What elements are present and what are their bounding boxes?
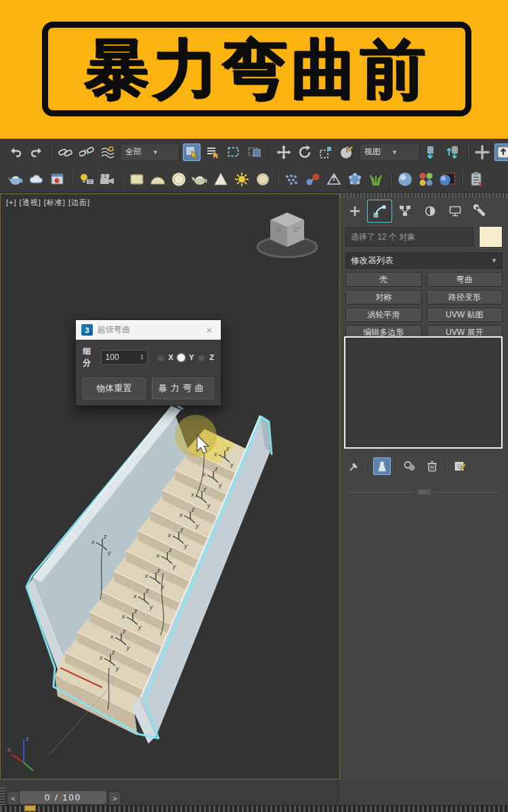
kbd-override-button[interactable]: [494, 143, 508, 161]
render-toolbar: [0, 166, 508, 193]
object-reset-button[interactable]: 物体重置: [83, 378, 146, 399]
configure-modifier-sets-icon[interactable]: [451, 457, 469, 475]
modifier-bend-button[interactable]: 弯曲: [427, 273, 503, 287]
redo-icon[interactable]: [28, 143, 45, 161]
close-icon[interactable]: ×: [203, 324, 215, 336]
manipulate-icon[interactable]: [473, 143, 491, 161]
object-color-swatch[interactable]: [479, 226, 503, 248]
axis-z-label: Z: [209, 353, 214, 361]
rotate-icon[interactable]: [296, 143, 314, 161]
render-setup-icon[interactable]: [49, 171, 66, 188]
selection-name-field[interactable]: 选择了 12 个 对象: [345, 227, 473, 246]
next-frame-button[interactable]: >: [108, 791, 121, 805]
tab-display[interactable]: [443, 200, 467, 222]
command-panel: 选择了 12 个 对象 修改器列表 ▼ 壳 弯曲 对称 路径变形 涡轮平滑 UV…: [340, 193, 508, 780]
staircase-model[interactable]: xzy: [1, 194, 339, 779]
object-name-row: 选择了 12 个 对象: [345, 226, 503, 248]
tab-create[interactable]: [343, 200, 366, 222]
clipboard-icon[interactable]: [467, 171, 485, 188]
snap-toggle-icon[interactable]: [423, 143, 441, 161]
cloud-icon[interactable]: [28, 171, 45, 188]
axis-y-radio[interactable]: [177, 354, 185, 361]
viewcube[interactable]: [250, 206, 324, 262]
render-teapot-icon[interactable]: [7, 171, 24, 188]
scatter-icon[interactable]: [283, 171, 301, 188]
frame-counter[interactable]: 0 / 100: [20, 791, 106, 804]
remove-modifier-icon[interactable]: [423, 457, 441, 475]
modifier-uvwmap-button[interactable]: UVW 贴图: [427, 308, 503, 322]
track-bar[interactable]: [0, 805, 508, 812]
tab-utilities[interactable]: [468, 200, 492, 222]
primitive-box-icon[interactable]: [128, 171, 146, 188]
svg-text:x: x: [7, 746, 11, 753]
tab-modify[interactable]: [368, 200, 391, 222]
show-end-result-button[interactable]: [373, 457, 391, 475]
camera-icon[interactable]: [99, 171, 117, 188]
perspective-viewport[interactable]: [+] [透视] [标准] [边面]: [0, 194, 340, 780]
pyramid-icon[interactable]: [325, 171, 343, 188]
pivot-center-icon[interactable]: [338, 143, 356, 161]
window-crossing-icon[interactable]: [246, 143, 263, 161]
spinner-arrows-icon[interactable]: ▲▼: [137, 354, 147, 361]
move-icon[interactable]: [275, 143, 293, 161]
main-toolbar: 全部 ▼ 视图 ▼: [0, 139, 508, 166]
undo-icon[interactable]: [7, 143, 24, 161]
sphere-blue-icon[interactable]: [396, 171, 414, 188]
subdivision-label: 细分: [83, 346, 97, 369]
sun-icon[interactable]: [233, 171, 251, 188]
snap-angle-icon[interactable]: [444, 143, 462, 161]
tab-hierarchy[interactable]: [393, 200, 417, 222]
coord-dropdown[interactable]: 视图 ▼: [359, 143, 420, 161]
violent-bend-button[interactable]: 暴力弯曲: [152, 378, 215, 399]
previous-frame-button[interactable]: <: [7, 791, 20, 805]
modifier-symmetry-button[interactable]: 对称: [345, 290, 422, 304]
primitive-sphere-icon[interactable]: [170, 171, 188, 188]
modifier-pathdeform-button[interactable]: 路径变形: [427, 290, 503, 304]
modifier-stack[interactable]: [344, 336, 503, 449]
3dsmax-logo-icon: 3: [81, 324, 93, 336]
primitive-dome-icon[interactable]: [149, 171, 167, 188]
select-object-button[interactable]: [183, 143, 200, 161]
axis-x-radio[interactable]: [157, 354, 165, 361]
toolbar-separator: [461, 171, 462, 187]
select-by-name-icon[interactable]: [204, 143, 221, 161]
subdivision-spinner[interactable]: 100 ▲▼: [101, 350, 148, 365]
filter-dropdown-value: 全部: [125, 146, 142, 158]
axis-x-label: X: [169, 353, 173, 361]
modifier-list-dropdown[interactable]: 修改器列表 ▼: [345, 252, 503, 269]
panel-scroll-strip[interactable]: [340, 193, 508, 198]
pin-stack-icon[interactable]: [345, 457, 363, 475]
material-editor-icon[interactable]: [417, 171, 435, 188]
sphere-select-icon[interactable]: [438, 171, 456, 188]
bind-spacewarp-icon[interactable]: [99, 143, 117, 161]
sphere-tan-icon[interactable]: [254, 171, 272, 188]
coord-dropdown-value: 视图: [364, 146, 381, 158]
unlink-icon[interactable]: [78, 143, 96, 161]
tab-motion[interactable]: [418, 200, 442, 222]
rollout-separator-label: WW: [417, 489, 430, 495]
chevron-down-icon: ▼: [152, 149, 158, 156]
molecule-icon[interactable]: [304, 171, 322, 188]
make-unique-icon[interactable]: [401, 457, 419, 475]
filter-dropdown[interactable]: 全部 ▼: [120, 143, 179, 161]
link-icon[interactable]: [57, 143, 75, 161]
top-banner: 暴力弯曲前: [0, 0, 508, 139]
axis-z-radio[interactable]: [198, 354, 205, 361]
rollout-separator[interactable]: WW: [348, 489, 500, 495]
modifier-shell-button[interactable]: 壳: [345, 273, 422, 287]
subdivision-value: 100: [102, 353, 137, 362]
modifier-turbosmooth-button[interactable]: 涡轮平滑: [345, 308, 422, 322]
light-lister-icon[interactable]: [78, 171, 96, 188]
dialog-titlebar[interactable]: 3 超级弯曲 ×: [76, 320, 221, 340]
toolbar-separator: [72, 171, 72, 187]
primitive-cone-icon[interactable]: [212, 171, 230, 188]
grass-icon[interactable]: [367, 171, 385, 188]
super-bend-dialog[interactable]: 3 超级弯曲 × 细分 100 ▲▼ X Y: [75, 319, 221, 406]
time-slider-marker[interactable]: [24, 805, 36, 811]
scale-icon[interactable]: [317, 143, 335, 161]
rect-region-icon[interactable]: [225, 143, 242, 161]
flowerball-icon[interactable]: [346, 171, 364, 188]
primitive-teapot-icon[interactable]: [191, 171, 209, 188]
3dsmax-window: 全部 ▼ 视图 ▼: [0, 139, 508, 812]
stack-toolbar-separator: [368, 459, 368, 473]
